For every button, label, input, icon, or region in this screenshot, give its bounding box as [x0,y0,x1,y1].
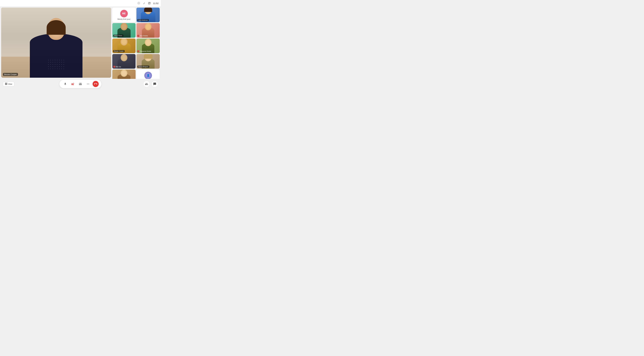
participants-row-3: Bessie Cooper 🎤 Cheyenne Kenter [112,38,160,53]
participants-row-2: Albert Flores 🎤 Amy Dokidis [112,23,160,38]
kathryn-tile-bg [112,69,136,79]
billy-tile-label: Billy Dai [116,66,121,68]
amy-muted-overlay: 🎤 Amy Dokidis [137,35,148,37]
view-grid-icon [5,83,7,85]
billy-muted-icon: 🎤 [113,66,115,68]
participant-albert-flores[interactable]: Albert Flores [112,23,136,38]
main-video-bg [1,7,111,78]
melody-avatar: ME [120,10,128,17]
svg-rect-0 [5,83,6,84]
bottom-right [143,81,158,87]
svg-rect-1 [6,83,7,84]
controls-center [60,80,101,88]
mic-button[interactable] [62,81,68,87]
participant-josh-anderson[interactable]: Josh Anderson [136,7,160,22]
amy-tile-label: Amy Dokidis [140,35,148,37]
hanna-tile-label: Hanna Bergson [137,66,149,68]
camera-button[interactable] [70,81,76,87]
svg-rect-2 [5,84,6,85]
bottom-bar: View [0,79,161,89]
amy-muted-icon: 🎤 [137,35,139,37]
bottom-left: View [3,82,14,86]
bessie-tile-label: Bessie Cooper [113,50,124,52]
cheyenne-video-tile-label: Cheyenne Kenter [140,50,151,52]
svg-point-6 [88,84,89,84]
svg-point-4 [87,84,88,84]
cheyenne-avatar-circle: 👤 [144,72,152,79]
participants-row-4: 🎤 Billy Dai Hanna Bergson [112,54,160,69]
compress-icon[interactable]: ⤢ [142,1,146,5]
cheyenne-muted-icon: 🎤 [137,50,139,52]
top-bar: ⓘ ⤢ 11:52 [0,0,161,6]
participant-hanna-bergson[interactable]: Hanna Bergson [136,54,160,69]
participant-bessie-cooper[interactable]: Bessie Cooper [112,38,136,53]
participant-cheyenne-kenter-avatar[interactable]: 👤 🎤 Cheyenne Kenter [136,69,160,79]
participant-melody-enki[interactable]: ME Melody Enki (you) [112,7,136,22]
view-label: View [8,83,12,85]
participant-billy-dai[interactable]: 🎤 Billy Dai [112,54,136,69]
end-call-button[interactable] [92,81,99,87]
external-icon[interactable] [148,1,151,5]
main-video-speaker-label: Bessie Cooper [3,73,18,76]
participant-amy-dokidis[interactable]: 🎤 Amy Dokidis [136,23,160,38]
participants-button[interactable] [143,81,150,87]
svg-rect-3 [6,84,7,85]
josh-tile-label: Josh Anderson [137,19,149,21]
participants-row-1: ME Melody Enki (you) Josh Anderson [112,7,160,22]
participant-kathryn-murphy[interactable]: Kathryn Murphy [112,69,136,79]
cheyenne-muted-overlay: 🎤 Cheyenne Kenter [137,50,151,52]
billy-muted-overlay: 🎤 Billy Dai [113,66,121,68]
albert-tile-label: Albert Flores [113,35,123,37]
more-options-button[interactable] [85,81,91,87]
share-screen-button[interactable] [77,81,84,87]
sidebar: ME Melody Enki (you) Josh Anderson [111,6,161,79]
main-video: Bessie Cooper [1,7,111,78]
svg-point-5 [88,84,88,84]
view-button[interactable]: View [3,82,14,86]
participants-row-5: Kathryn Murphy 👤 🎤 Cheyenne Kenter [112,69,160,79]
main-layout: Bessie Cooper ME Melody Enki (you) Jos [0,6,161,79]
clock: 11:52 [153,2,158,4]
participant-cheyenne-kenter-video[interactable]: 🎤 Cheyenne Kenter [136,38,160,53]
info-icon[interactable]: ⓘ [137,1,140,5]
melody-name: Melody Enki (you) [118,18,130,20]
chat-button[interactable] [152,81,158,87]
